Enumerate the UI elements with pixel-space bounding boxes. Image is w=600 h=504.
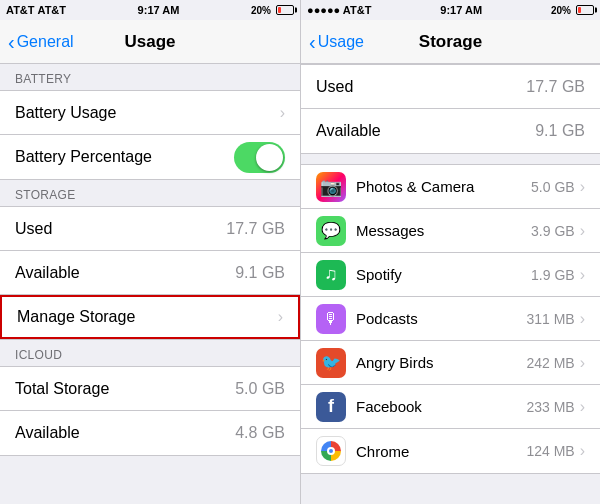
manage-storage-label: Manage Storage bbox=[17, 308, 135, 326]
available-label-right: Available bbox=[316, 122, 381, 140]
used-label-left: Used bbox=[15, 220, 52, 238]
back-button-left[interactable]: ‹ General bbox=[8, 32, 74, 52]
chrome-name: Chrome bbox=[356, 443, 526, 460]
app-row-chrome[interactable]: Chrome 124 MB › bbox=[301, 429, 600, 473]
messages-chevron: › bbox=[580, 222, 585, 240]
icloud-available-row: Available 4.8 GB bbox=[0, 411, 300, 455]
angrybirds-icon: 🐦 bbox=[316, 348, 346, 378]
used-value-left: 17.7 GB bbox=[226, 220, 285, 238]
messages-name: Messages bbox=[356, 222, 531, 239]
time-left: 9:17 AM bbox=[138, 4, 180, 16]
spotify-size: 1.9 GB bbox=[531, 267, 575, 283]
app-row-podcasts[interactable]: 🎙 Podcasts 311 MB › bbox=[301, 297, 600, 341]
status-right-right: 20% bbox=[551, 5, 594, 16]
available-value-left: 9.1 GB bbox=[235, 264, 285, 282]
angrybirds-chevron: › bbox=[580, 354, 585, 372]
battery-pct-left: 20% bbox=[251, 5, 271, 16]
podcasts-chevron: › bbox=[580, 310, 585, 328]
nav-bar-left: ‹ General Usage bbox=[0, 20, 300, 64]
battery-usage-arrow: › bbox=[280, 104, 285, 122]
back-button-right[interactable]: ‹ Usage bbox=[309, 32, 364, 52]
time-right: 9:17 AM bbox=[440, 4, 482, 16]
spotify-icon: ♫ bbox=[316, 260, 346, 290]
apps-table: 📷 Photos & Camera 5.0 GB › 💬 Messages 3.… bbox=[301, 164, 600, 474]
icloud-table: Total Storage 5.0 GB Available 4.8 GB bbox=[0, 366, 300, 456]
battery-fill-left bbox=[278, 7, 281, 13]
facebook-icon: f bbox=[316, 392, 346, 422]
carrier-right: ●●●●● AT&T bbox=[307, 4, 371, 16]
app-content-photos: 📷 Photos & Camera 5.0 GB › bbox=[316, 172, 585, 202]
battery-percentage-toggle[interactable] bbox=[234, 142, 285, 173]
total-storage-row: Total Storage 5.0 GB bbox=[0, 367, 300, 411]
available-row-right: Available 9.1 GB bbox=[301, 109, 600, 153]
status-right-left: 20% bbox=[251, 5, 294, 16]
summary-table: Used 17.7 GB Available 9.1 GB bbox=[301, 64, 600, 154]
messages-size: 3.9 GB bbox=[531, 223, 575, 239]
app-content-facebook: f Facebook 233 MB › bbox=[316, 392, 585, 422]
available-row-left: Available 9.1 GB bbox=[0, 251, 300, 295]
available-label-left: Available bbox=[15, 264, 80, 282]
facebook-name: Facebook bbox=[356, 398, 526, 415]
back-label-right: Usage bbox=[318, 33, 364, 51]
app-content-spotify: ♫ Spotify 1.9 GB › bbox=[316, 260, 585, 290]
icloud-available-value: 4.8 GB bbox=[235, 424, 285, 442]
available-value-right: 9.1 GB bbox=[535, 122, 585, 140]
manage-storage-row[interactable]: Manage Storage › bbox=[0, 295, 300, 339]
podcasts-size: 311 MB bbox=[526, 311, 574, 327]
status-bar-left: AT&T AT&T 9:17 AM 20% bbox=[0, 0, 300, 20]
podcasts-icon: 🎙 bbox=[316, 304, 346, 334]
battery-icon-left bbox=[276, 5, 294, 15]
chrome-wheel bbox=[321, 441, 341, 461]
spacer-right bbox=[301, 154, 600, 164]
nav-title-left: Usage bbox=[124, 32, 175, 52]
app-row-facebook[interactable]: f Facebook 233 MB › bbox=[301, 385, 600, 429]
battery-section-header: Battery bbox=[0, 64, 300, 90]
battery-usage-row[interactable]: Battery Usage › bbox=[0, 91, 300, 135]
angrybirds-name: Angry Birds bbox=[356, 354, 526, 371]
storage-section-header: Storage bbox=[0, 180, 300, 206]
chrome-center bbox=[327, 447, 335, 455]
battery-percentage-label: Battery Percentage bbox=[15, 148, 152, 166]
carrier-left: AT&T bbox=[6, 4, 35, 16]
right-panel: ●●●●● AT&T 9:17 AM 20% ‹ Usage Storage U… bbox=[300, 0, 600, 504]
app-row-spotify[interactable]: ♫ Spotify 1.9 GB › bbox=[301, 253, 600, 297]
back-chevron-left: ‹ bbox=[8, 32, 15, 52]
app-content-angrybirds: 🐦 Angry Birds 242 MB › bbox=[316, 348, 585, 378]
angrybirds-size: 242 MB bbox=[526, 355, 574, 371]
battery-table: Battery Usage › Battery Percentage bbox=[0, 90, 300, 180]
messages-icon: 💬 bbox=[316, 216, 346, 246]
manage-storage-chevron: › bbox=[278, 308, 283, 326]
app-content-podcasts: 🎙 Podcasts 311 MB › bbox=[316, 304, 585, 334]
battery-icon-right bbox=[576, 5, 594, 15]
storage-table: Used 17.7 GB Available 9.1 GB Manage Sto… bbox=[0, 206, 300, 340]
manage-storage-arrow: › bbox=[278, 308, 283, 326]
facebook-chevron: › bbox=[580, 398, 585, 416]
battery-fill-right bbox=[578, 7, 581, 13]
app-row-photos[interactable]: 📷 Photos & Camera 5.0 GB › bbox=[301, 165, 600, 209]
podcasts-name: Podcasts bbox=[356, 310, 526, 327]
signal-left: AT&T bbox=[38, 4, 67, 16]
status-left: AT&T AT&T bbox=[6, 4, 66, 16]
app-row-angrybirds[interactable]: 🐦 Angry Birds 242 MB › bbox=[301, 341, 600, 385]
back-label-left: General bbox=[17, 33, 74, 51]
chrome-chevron: › bbox=[580, 442, 585, 460]
used-row-right: Used 17.7 GB bbox=[301, 65, 600, 109]
status-left-right: ●●●●● AT&T bbox=[307, 4, 371, 16]
used-label-right: Used bbox=[316, 78, 353, 96]
icloud-section-header: iCloud bbox=[0, 340, 300, 366]
spotify-name: Spotify bbox=[356, 266, 531, 283]
app-row-messages[interactable]: 💬 Messages 3.9 GB › bbox=[301, 209, 600, 253]
total-storage-value: 5.0 GB bbox=[235, 380, 285, 398]
total-storage-label: Total Storage bbox=[15, 380, 109, 398]
used-value-right: 17.7 GB bbox=[526, 78, 585, 96]
facebook-size: 233 MB bbox=[526, 399, 574, 415]
photos-icon: 📷 bbox=[316, 172, 346, 202]
battery-pct-right: 20% bbox=[551, 5, 571, 16]
chrome-icon bbox=[316, 436, 346, 466]
photos-name: Photos & Camera bbox=[356, 178, 531, 195]
battery-usage-label: Battery Usage bbox=[15, 104, 116, 122]
chrome-size: 124 MB bbox=[526, 443, 574, 459]
spotify-chevron: › bbox=[580, 266, 585, 284]
app-content-messages: 💬 Messages 3.9 GB › bbox=[316, 216, 585, 246]
photos-chevron: › bbox=[580, 178, 585, 196]
